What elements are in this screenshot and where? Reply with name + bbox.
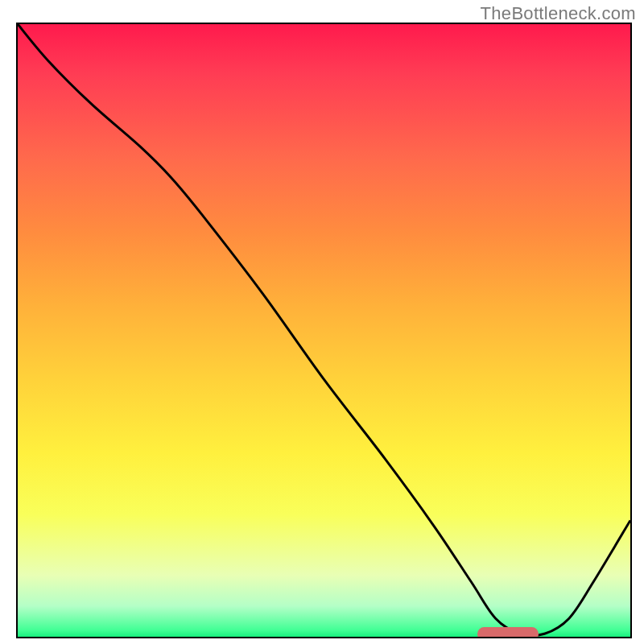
curve-path	[18, 24, 630, 636]
watermark-text: TheBottleneck.com	[481, 3, 636, 24]
optimal-marker	[477, 627, 539, 638]
bottleneck-curve	[18, 24, 630, 637]
figure-root: TheBottleneck.com	[0, 0, 644, 644]
plot-area	[16, 23, 632, 638]
